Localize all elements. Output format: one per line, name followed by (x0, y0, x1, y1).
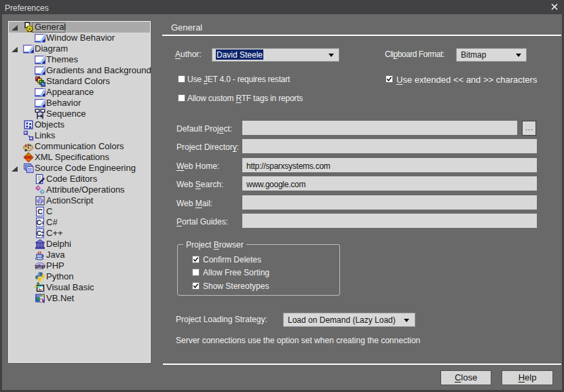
svg-text:XML: XML (24, 155, 33, 159)
svg-text:+: + (41, 233, 44, 239)
svg-text:C: C (37, 208, 43, 216)
svg-text:#: # (41, 220, 44, 225)
svg-text:php: php (35, 263, 45, 269)
